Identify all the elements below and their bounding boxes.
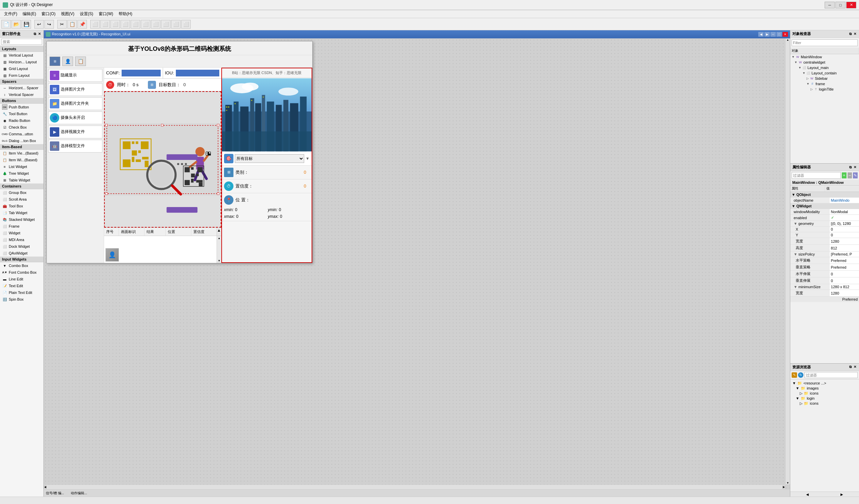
- prop-row-height[interactable]: 高度 812: [790, 245, 859, 251]
- app-toolbar-btn3[interactable]: 📋: [75, 57, 86, 66]
- minimize-button[interactable]: ─: [825, 2, 835, 9]
- prop-hpolicy-value[interactable]: Preferred: [830, 257, 859, 264]
- new-button[interactable]: 📄: [1, 20, 11, 29]
- widget-box-float-btn[interactable]: ⧉: [33, 32, 37, 36]
- res-item-login[interactable]: ▼ 📁 login: [792, 396, 858, 401]
- form-window-minimize[interactable]: ─: [770, 32, 776, 37]
- tree-mainwindow[interactable]: ▼ W MainWindow: [790, 54, 859, 60]
- layout-v-button[interactable]: ⬜: [100, 20, 110, 29]
- widget-vert-spacer[interactable]: ↕ Vertical Spacer: [0, 91, 43, 98]
- prop-row-minsize[interactable]: ▼minimumSize 1280 x 812: [790, 284, 859, 290]
- prop-row-windowmodality[interactable]: windowModality NonModal: [790, 209, 859, 215]
- resource-float-btn[interactable]: ⧉: [848, 365, 852, 369]
- prop-y-value[interactable]: 0: [830, 232, 859, 238]
- widget-command-button[interactable]: CMD Comma...utton: [0, 131, 43, 137]
- camera-btn[interactable]: 🔵 摄像头未开启: [48, 111, 102, 124]
- cut-button[interactable]: ✂: [57, 20, 67, 29]
- resource-next-btn[interactable]: ▶: [825, 492, 859, 497]
- widget-check-box[interactable]: ☑ Check Box: [0, 124, 43, 131]
- widget-vertical-layout[interactable]: ▤ Vertical Layout: [0, 52, 43, 59]
- preview-button[interactable]: ⬜: [171, 20, 181, 29]
- tree-centralwidget[interactable]: ▼ W centralwidget: [790, 60, 859, 65]
- prop-vpolicy-value[interactable]: Preferred: [830, 264, 859, 271]
- detection-image-area[interactable]: [104, 91, 221, 228]
- prop-x-value[interactable]: 0: [830, 227, 859, 232]
- form-window-close[interactable]: ✕: [783, 32, 788, 37]
- menu-settings[interactable]: 设置(S): [77, 11, 96, 17]
- widget-form-layout[interactable]: ▧ Form Layout: [0, 72, 43, 79]
- res-item-images[interactable]: ▼ 📁 images: [792, 386, 858, 391]
- widget-search-input[interactable]: [1, 39, 42, 45]
- select-image-btn[interactable]: 🖼 选择图片文件: [48, 83, 102, 96]
- prop-minwidth-value[interactable]: 1280: [830, 290, 859, 296]
- prop-row-hpolicy[interactable]: 水平策略 Preferred: [790, 257, 859, 264]
- inspector-filter[interactable]: [792, 40, 858, 46]
- widget-dialog-button[interactable]: DLG Dialog ...ton Box: [0, 137, 43, 144]
- prop-hstretch-value[interactable]: 0: [830, 271, 859, 277]
- tree-logintitle[interactable]: ▷ T loginTitle: [790, 87, 859, 92]
- inspector-float-btn[interactable]: ⧉: [848, 32, 852, 36]
- section-input-widgets[interactable]: Input Widgets: [0, 257, 43, 262]
- widget-dock-widget[interactable]: ⬜ Dock Widget: [0, 243, 43, 250]
- prop-row-hstretch[interactable]: 水平伸展 0: [790, 271, 859, 277]
- widget-scroll-area[interactable]: ⬜ Scroll Area: [0, 196, 43, 203]
- prop-geometry-value[interactable]: [(0, 0), 1280: [830, 221, 859, 227]
- prop-enabled-value[interactable]: ✓: [830, 215, 859, 221]
- vert-scrollbar[interactable]: ▲ ▼: [785, 39, 790, 485]
- widget-qax-widget[interactable]: ⬜ QAxWidget: [0, 250, 43, 257]
- align-r-button[interactable]: ⬜: [151, 20, 160, 29]
- select-model-btn[interactable]: 🤖 选择模型文件: [48, 140, 102, 153]
- prop-row-y[interactable]: Y 0: [790, 232, 859, 238]
- widget-font-combo-box[interactable]: A▼ Font Combo Box: [0, 269, 43, 276]
- widget-mdi-area[interactable]: ⬜ MDI Area: [0, 236, 43, 243]
- menu-edit[interactable]: 编辑(E): [20, 11, 39, 17]
- widget-radio-button[interactable]: ◉ Radio Button: [0, 117, 43, 124]
- conf-slider[interactable]: [122, 70, 160, 76]
- section-containers[interactable]: Containers: [0, 183, 43, 189]
- prop-row-geometry[interactable]: ▼geometry [(0, 0), 1280: [790, 221, 859, 227]
- form-window-buttons[interactable]: ◀ ▶ ─ □ ✕: [758, 32, 788, 37]
- widget-frame[interactable]: ⬜ Frame: [0, 223, 43, 230]
- prop-vstretch-value[interactable]: 0: [830, 277, 859, 284]
- res-item-icons2[interactable]: ▷ 📁 icons: [792, 401, 858, 406]
- select-folder-btn[interactable]: 📁 选择图片文件夹: [48, 97, 102, 110]
- align-c-button[interactable]: ⬜: [161, 20, 170, 29]
- prop-table-wrapper[interactable]: ▼ QObject objectName MainWindo ▼ QWidget…: [790, 192, 859, 363]
- prop-row-minwidth[interactable]: 宽度 1280: [790, 290, 859, 296]
- layout-h-button[interactable]: ⬜: [90, 20, 100, 29]
- tree-layout-contain[interactable]: ▼ ⬜ Layout_contain: [790, 70, 859, 76]
- paste-button[interactable]: 📌: [77, 20, 87, 29]
- widget-text-edit[interactable]: 📝 Text Edit: [0, 282, 43, 289]
- copy-button[interactable]: 📋: [67, 20, 77, 29]
- prop-row-vstretch[interactable]: 垂直伸展 0: [790, 277, 859, 284]
- open-button[interactable]: 📂: [12, 20, 21, 29]
- section-layouts[interactable]: Layouts: [0, 46, 43, 52]
- prop-close-btn[interactable]: ✕: [853, 165, 857, 169]
- widget-item-view[interactable]: 📋 Item Vie...(Based): [0, 150, 43, 156]
- app-toolbar-btn1[interactable]: ≡: [49, 57, 60, 66]
- menu-window2[interactable]: 窗口(W): [96, 11, 116, 17]
- layout-g-button[interactable]: ⬜: [110, 20, 120, 29]
- resource-prev-btn[interactable]: ◀: [790, 492, 825, 497]
- prop-objectname-value[interactable]: MainWindo: [830, 198, 859, 203]
- form-window-scroll-left[interactable]: ◀: [758, 32, 764, 37]
- widget-horiz-spacer[interactable]: ↔ Horizont... Spacer: [0, 85, 43, 91]
- menu-window[interactable]: 窗口(O): [39, 11, 58, 17]
- window-controls[interactable]: ─ □ ✕: [825, 2, 856, 9]
- menu-help[interactable]: 帮助(H): [116, 11, 135, 17]
- form-window-maximize[interactable]: □: [777, 32, 782, 37]
- save-button[interactable]: 💾: [21, 20, 31, 29]
- prop-sizepolicy-value[interactable]: [Preferred, P: [830, 251, 859, 257]
- resource-filter-input[interactable]: [804, 372, 858, 378]
- scroll-right-btn[interactable]: ▶: [783, 486, 785, 489]
- form-canvas[interactable]: 基于YOLOv8的杀形码二维码检测系统 ≡ 👤 📋: [44, 39, 790, 490]
- prop-row-vpolicy[interactable]: 垂直策略 Preferred: [790, 264, 859, 271]
- prop-windowmodality-value[interactable]: NonModal: [830, 209, 859, 215]
- widget-push-button[interactable]: OK Push Button: [0, 104, 43, 110]
- prop-minsize-value[interactable]: 1280 x 812: [830, 284, 859, 290]
- prop-width-value[interactable]: 1280: [830, 238, 859, 245]
- prop-filter-input[interactable]: [792, 172, 841, 179]
- resource-browser-header-btns[interactable]: ⧉ ✕: [848, 365, 857, 369]
- prop-row-objectname[interactable]: objectName MainWindo: [790, 198, 859, 203]
- prop-row-enabled[interactable]: enabled ✓: [790, 215, 859, 221]
